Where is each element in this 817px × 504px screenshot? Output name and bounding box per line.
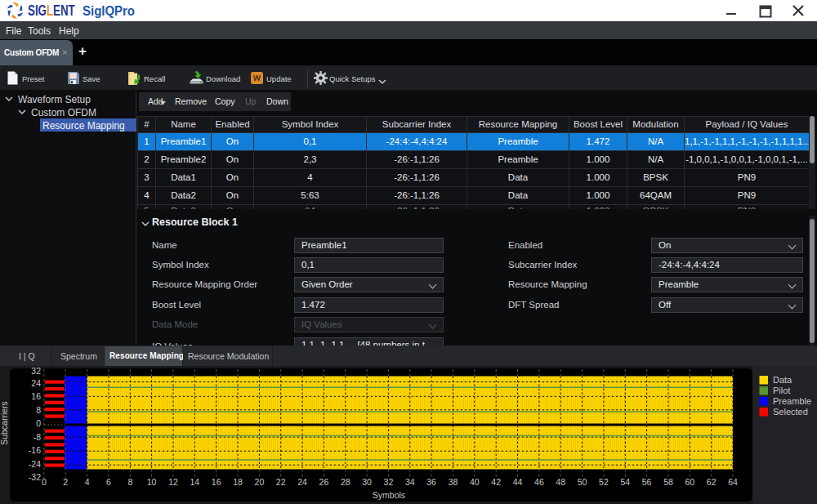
svg-text:12: 12: [168, 477, 178, 487]
svg-text:Pilot: Pilot: [773, 386, 790, 395]
svg-text:2: 2: [63, 477, 68, 487]
svg-text:18: 18: [233, 477, 243, 487]
svg-text:-24: -24: [29, 459, 41, 469]
svg-text:58: 58: [663, 477, 673, 487]
svg-text:54: 54: [620, 477, 630, 487]
svg-text:-8: -8: [33, 432, 41, 442]
svg-text:56: 56: [642, 477, 652, 487]
svg-text:40: 40: [470, 477, 480, 487]
svg-text:50: 50: [578, 477, 587, 487]
svg-text:Subcarriers: Subcarriers: [0, 401, 9, 445]
svg-text:0: 0: [42, 477, 47, 487]
svg-text:Selected: Selected: [773, 407, 808, 417]
svg-text:36: 36: [426, 477, 436, 487]
svg-text:Symbols: Symbols: [373, 490, 405, 500]
svg-text:Data: Data: [773, 375, 792, 385]
svg-text:28: 28: [341, 477, 350, 487]
svg-text:24: 24: [31, 378, 41, 388]
svg-text:26: 26: [319, 477, 329, 487]
svg-text:34: 34: [405, 477, 415, 487]
svg-text:0: 0: [36, 418, 41, 428]
svg-text:32: 32: [384, 477, 394, 487]
svg-text:16: 16: [31, 391, 41, 401]
svg-text:20: 20: [255, 477, 265, 487]
svg-text:4: 4: [85, 477, 90, 487]
svg-text:8: 8: [36, 405, 41, 415]
svg-text:Preamble: Preamble: [773, 396, 811, 406]
svg-text:60: 60: [685, 477, 694, 487]
svg-text:8: 8: [127, 477, 132, 487]
svg-text:-32: -32: [29, 472, 41, 482]
svg-text:62: 62: [707, 477, 717, 487]
svg-text:22: 22: [276, 477, 286, 487]
svg-text:24: 24: [297, 477, 307, 487]
svg-text:6: 6: [106, 477, 111, 487]
svg-text:46: 46: [534, 477, 544, 487]
svg-text:44: 44: [513, 477, 523, 487]
svg-text:64: 64: [728, 477, 738, 487]
svg-text:52: 52: [599, 477, 609, 487]
svg-text:14: 14: [190, 477, 199, 487]
svg-text:32: 32: [31, 366, 41, 376]
svg-text:42: 42: [491, 477, 501, 487]
svg-text:-16: -16: [29, 445, 41, 455]
svg-text:30: 30: [362, 477, 372, 487]
svg-text:38: 38: [449, 477, 458, 487]
svg-text:48: 48: [556, 477, 565, 487]
svg-text:16: 16: [212, 477, 221, 487]
svg-text:10: 10: [147, 477, 157, 487]
